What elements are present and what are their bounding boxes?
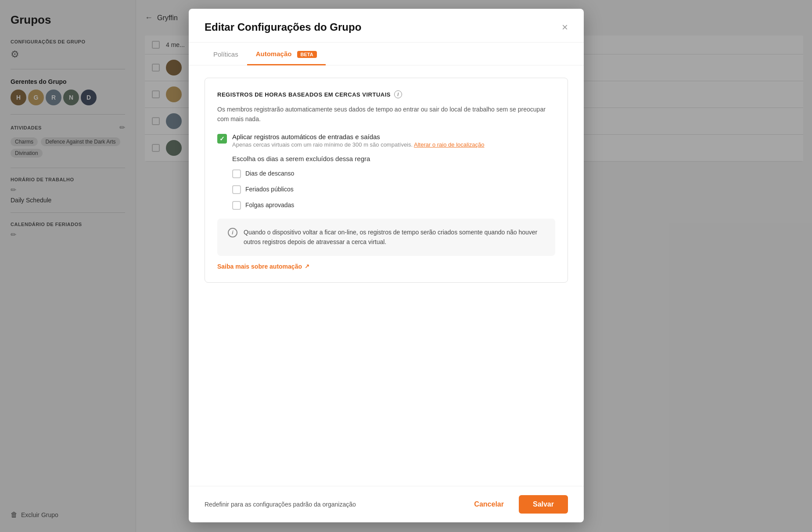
save-button[interactable]: Salvar bbox=[519, 495, 568, 514]
info-box-icon: i bbox=[228, 228, 237, 237]
rest-days-label: Dias de descanso bbox=[245, 170, 294, 177]
info-box-text: Quando o dispositivo voltar a ficar on-l… bbox=[244, 227, 545, 247]
main-checkbox-text: Aplicar registros automáticos de entrada… bbox=[232, 133, 484, 148]
change-radius-link[interactable]: Alterar o raio de localização bbox=[414, 141, 484, 148]
modal-tabs: Políticas Automação BETA bbox=[189, 43, 584, 65]
footer-buttons: Cancelar Salvar bbox=[465, 495, 568, 514]
modal-title: Editar Configurações do Grupo bbox=[205, 21, 361, 33]
modal-close-button[interactable]: × bbox=[562, 22, 568, 32]
beta-badge: BETA bbox=[297, 51, 317, 58]
days-title: Escolha os dias a serem excluídos dessa … bbox=[232, 155, 555, 162]
days-section: Escolha os dias a serem excluídos dessa … bbox=[232, 155, 555, 210]
learn-more-link[interactable]: Saiba mais sobre automação ↗ bbox=[217, 263, 555, 270]
tab-automation[interactable]: Automação BETA bbox=[247, 43, 326, 65]
main-checkbox[interactable] bbox=[217, 134, 227, 144]
card-title-info-icon[interactable]: i bbox=[394, 90, 402, 98]
main-checkbox-row: Aplicar registros automáticos de entrada… bbox=[217, 133, 555, 148]
card-title: REGISTROS DE HORAS BASEADOS EM CERCAS VI… bbox=[217, 90, 555, 98]
main-checkbox-label: Aplicar registros automáticos de entrada… bbox=[232, 133, 484, 140]
day-option-leaves: Folgas aprovadas bbox=[232, 200, 555, 210]
cancel-button[interactable]: Cancelar bbox=[465, 496, 513, 513]
modal-footer: Redefinir para as configurações padrão d… bbox=[189, 486, 584, 522]
holidays-label: Feriados públicos bbox=[245, 186, 294, 193]
main-checkbox-sublabel: Apenas cercas virtuais com um raio mínim… bbox=[232, 141, 484, 148]
day-option-holidays: Feriados públicos bbox=[232, 184, 555, 194]
info-box: i Quando o dispositivo voltar a ficar on… bbox=[217, 219, 555, 256]
card-description: Os membros registrarão automaticamente s… bbox=[217, 104, 555, 124]
geofence-card: REGISTROS DE HORAS BASEADOS EM CERCAS VI… bbox=[205, 78, 568, 283]
tab-policies[interactable]: Políticas bbox=[205, 43, 247, 65]
holidays-checkbox[interactable] bbox=[232, 185, 241, 194]
leaves-checkbox[interactable] bbox=[232, 201, 241, 210]
reset-link[interactable]: Redefinir para as configurações padrão d… bbox=[205, 501, 356, 508]
external-link-icon: ↗ bbox=[305, 263, 309, 270]
modal-body: REGISTROS DE HORAS BASEADOS EM CERCAS VI… bbox=[189, 65, 584, 486]
rest-days-checkbox[interactable] bbox=[232, 169, 241, 178]
day-option-rest: Dias de descanso bbox=[232, 169, 555, 178]
leaves-label: Folgas aprovadas bbox=[245, 201, 294, 208]
modal: Editar Configurações do Grupo × Política… bbox=[189, 9, 584, 522]
modal-header: Editar Configurações do Grupo × bbox=[189, 9, 584, 43]
